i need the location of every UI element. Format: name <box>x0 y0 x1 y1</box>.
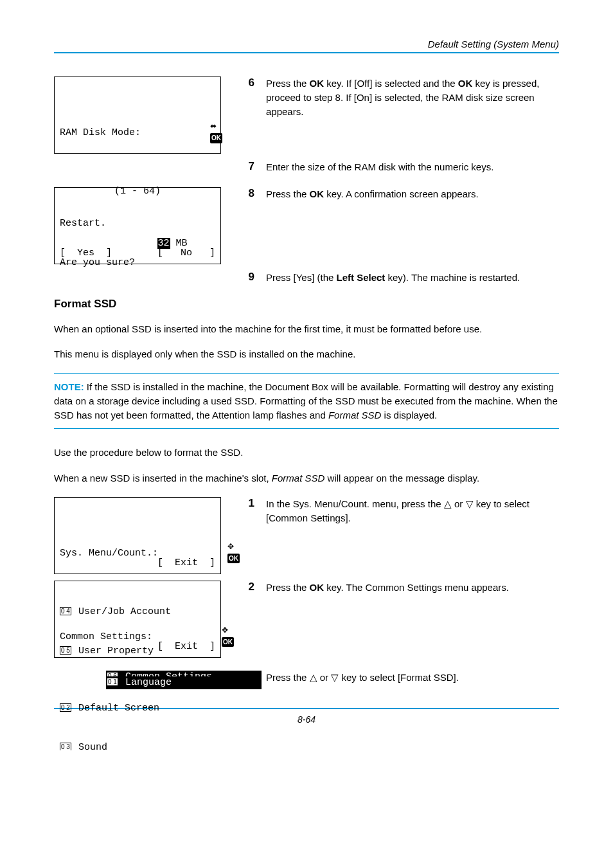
step-1: 1 In the Sys. Menu/Count. menu, press th… <box>243 497 559 525</box>
nav-arrow-icon: ✥ <box>222 626 228 635</box>
step-text: Press the △ or ▽ key to select [Format S… <box>266 671 459 685</box>
step-3: 3 Press the △ or ▽ key to select [Format… <box>243 671 559 685</box>
step-6: 6 Press the OK key. If [Off] is selected… <box>243 77 559 118</box>
step-8: 8 Press the OK key. A confirmation scree… <box>243 187 559 201</box>
lcd1-title: RAM Disk Mode: <box>60 127 141 140</box>
step-text: Enter the size of the RAM disk with the … <box>266 160 493 174</box>
row-lcd1: RAM Disk Mode: ⬌ OK (1 - 64) 32 MB 6 Pre… <box>54 77 559 154</box>
step-text: Press the OK key. If [Off] is selected a… <box>266 77 559 118</box>
lr-arrow-icon: ⬌ <box>210 122 217 131</box>
row-lcd4: Common Settings: ✥ OK 0 1 Language 0 2 D… <box>54 581 559 658</box>
step-text: Press the OK key. The Common Settings me… <box>266 581 509 595</box>
step-number: 1 <box>243 497 254 525</box>
lcd2-yes: [ Yes ] <box>60 247 112 260</box>
page-number: 8-64 <box>298 714 315 725</box>
lcd4-item3: Sound <box>73 742 107 750</box>
ok-icon: OK <box>210 133 222 143</box>
item-num-icon: 0 3 <box>60 743 71 750</box>
note-block: NOTE: If the SSD is installed in the mac… <box>54 373 559 429</box>
page: Default Setting (System Menu) RAM Disk M… <box>0 0 613 750</box>
step-number: 2 <box>243 581 254 595</box>
step-number: 6 <box>243 77 254 118</box>
para-1: When an optional SSD is inserted into th… <box>54 322 559 336</box>
header-title: Default Setting (System Menu) <box>428 39 559 50</box>
lcd4-item1-selected: Language <box>120 677 172 688</box>
lcd2-no: [ No ] <box>157 247 215 260</box>
lcd3-exit: [ Exit ] <box>157 557 215 570</box>
lcd-restart-confirm: Restart. Are you sure? [ Yes ] [ No ] <box>54 187 221 264</box>
lcd-sys-menu: Sys. Menu/Count.: ✥ OK 0 4 User/Job Acco… <box>54 497 221 574</box>
triangle-down-icon: ▽ <box>466 498 474 509</box>
triangle-up-icon: △ <box>310 672 317 683</box>
step-text: In the Sys. Menu/Count. menu, press the … <box>266 497 559 525</box>
lcd2-line1: Restart. <box>60 217 215 230</box>
step-7: 7 Enter the size of the RAM disk with th… <box>243 160 559 174</box>
triangle-up-icon: △ <box>444 498 452 509</box>
step-text: Press the OK key. A confirmation screen … <box>266 187 479 201</box>
para-4: When a new SSD is inserted in the machin… <box>54 471 559 485</box>
lcd-ram-disk-mode: RAM Disk Mode: ⬌ OK (1 - 64) 32 MB <box>54 77 221 154</box>
row-lcd2: Restart. Are you sure? [ Yes ] [ No ] 8 … <box>54 187 559 264</box>
triangle-down-icon: ▽ <box>331 672 339 683</box>
step-number: 9 <box>243 271 254 285</box>
item-num-icon: 0 2 <box>60 703 71 712</box>
step-number: 8 <box>243 187 254 201</box>
para-2: This menu is displayed only when the SSD… <box>54 347 559 361</box>
step-9: 9 Press [Yes] (the Left Select key). The… <box>243 271 559 285</box>
page-header: Default Setting (System Menu) <box>54 39 559 53</box>
para-3: Use the procedure below to format the SS… <box>54 446 559 460</box>
lcd4-exit: [ Exit ] <box>157 640 215 653</box>
item-num-icon: 0 1 <box>107 678 118 686</box>
step-number: 7 <box>243 160 254 174</box>
ok-icon: OK <box>227 554 240 564</box>
lcd-common-settings: Common Settings: ✥ OK 0 1 Language 0 2 D… <box>54 581 221 658</box>
note-label: NOTE: <box>54 381 84 392</box>
step-text: Press [Yes] (the Left Select key). The m… <box>266 271 520 285</box>
ok-icon: OK <box>222 637 234 647</box>
nav-arrow-icon: ✥ <box>227 542 234 551</box>
row-lcd3: Sys. Menu/Count.: ✥ OK 0 4 User/Job Acco… <box>54 497 559 574</box>
step-2: 2 Press the OK key. The Common Settings … <box>243 581 559 595</box>
lcd4-item2: Default Screen <box>73 703 159 714</box>
